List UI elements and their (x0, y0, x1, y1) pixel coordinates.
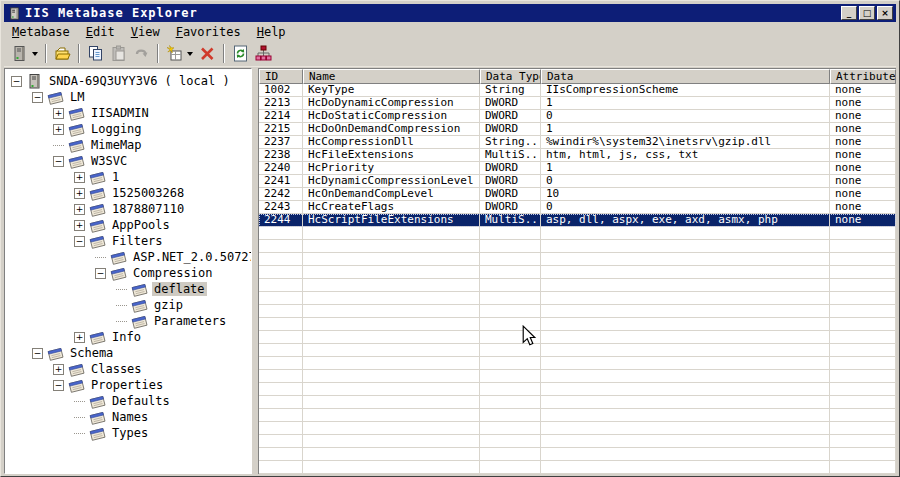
tree-node-classes[interactable]: +Classes (5, 361, 251, 377)
tree-node-apppools[interactable]: +AppPools (5, 217, 251, 233)
copy-button[interactable] (85, 43, 106, 64)
tree-node-properties[interactable]: −Properties (5, 377, 251, 393)
connect-server-icon (11, 45, 28, 62)
key-icon (68, 122, 85, 137)
toolbar-separator (157, 44, 159, 63)
menu-item-favorites[interactable]: Favorites (168, 23, 249, 41)
expand-toggle[interactable]: + (53, 364, 64, 375)
tree-node-defaults[interactable]: Defaults (5, 393, 251, 409)
table-row[interactable]: 2242HcOnDemandCompLevelDWORD10none (259, 188, 896, 201)
collapse-toggle[interactable]: − (11, 76, 22, 87)
tree-node-info[interactable]: +Info (5, 329, 251, 345)
empty-cell (480, 396, 541, 409)
table-row[interactable]: 2215HcDoOnDemandCompressionDWORD1none (259, 123, 896, 136)
close-button[interactable]: × (877, 6, 893, 20)
column-header-data[interactable]: Data (541, 69, 830, 84)
empty-cell (541, 383, 830, 396)
cell-attributes: none (830, 136, 896, 149)
expand-toggle[interactable]: + (74, 188, 85, 199)
tree-node-names[interactable]: Names (5, 409, 251, 425)
table-row[interactable]: 2213HcDoDynamicCompressionDWORD1none (259, 97, 896, 110)
table-row[interactable]: 2240HcPriorityDWORD1none (259, 162, 896, 175)
empty-cell (541, 266, 830, 279)
toolbar-separator (223, 44, 225, 63)
open-folder-button[interactable] (52, 43, 73, 64)
tree-node-label: 1525003268 (110, 186, 186, 200)
empty-cell (303, 396, 480, 409)
collapse-toggle[interactable]: − (74, 236, 85, 247)
table-row[interactable]: 2241HcDynamicCompressionLevelDWORD0none (259, 175, 896, 188)
empty-cell (303, 292, 480, 305)
tree-node-asp-net-2-0-50727-0[interactable]: ASP.NET_2.0.50727.0 (5, 249, 251, 265)
tree-node-parameters[interactable]: Parameters (5, 313, 251, 329)
connect-server-dropdown-arrow[interactable] (32, 52, 38, 56)
collapse-toggle[interactable]: − (53, 380, 64, 391)
tree-node-mimemap[interactable]: MimeMap (5, 137, 251, 153)
menu-item-help[interactable]: Help (249, 23, 294, 41)
new-key-icon (166, 45, 183, 62)
cell-id: 2243 (259, 201, 303, 214)
tree-node-compression[interactable]: −Compression (5, 265, 251, 281)
expand-toggle[interactable]: + (53, 108, 64, 119)
column-header-attributes[interactable]: Attributes (830, 69, 896, 84)
empty-row (259, 344, 896, 357)
empty-cell (480, 435, 541, 448)
table-row[interactable]: 1002KeyTypeStringIIsCompressionSchemenon… (259, 84, 896, 97)
tree-node-types[interactable]: Types (5, 425, 251, 441)
table-row[interactable]: 2243HcCreateFlagsDWORD0none (259, 201, 896, 214)
cell-name: HcPriority (303, 162, 480, 175)
main-area: −SNDA-69Q3UYY3V6 ( local )−LM+IISADMIN+L… (4, 68, 896, 474)
tree-node-1[interactable]: +1 (5, 169, 251, 185)
column-header-data-type[interactable]: Data Type (480, 69, 541, 84)
tree-node-logging[interactable]: +Logging (5, 121, 251, 137)
collapse-toggle[interactable]: − (32, 92, 43, 103)
expand-toggle[interactable]: + (53, 124, 64, 135)
menu-item-metabase[interactable]: Metabase (4, 23, 78, 41)
column-header-name[interactable]: Name (303, 69, 480, 84)
cell-data: 1 (541, 162, 830, 175)
empty-cell (303, 253, 480, 266)
key-icon (110, 266, 127, 281)
collapse-toggle[interactable]: − (53, 156, 64, 167)
table-row[interactable]: 2244HcScriptFileExtensionsMultiS...asp, … (259, 214, 896, 227)
empty-cell (480, 461, 541, 474)
expand-toggle[interactable]: + (74, 220, 85, 231)
maximize-button[interactable]: □ (859, 6, 875, 20)
collapse-toggle[interactable]: − (32, 348, 43, 359)
key-icon (89, 170, 106, 185)
expand-toggle[interactable]: + (74, 172, 85, 183)
table-row[interactable]: 2237HcCompressionDllString...%windir%\sy… (259, 136, 896, 149)
menu-item-view[interactable]: View (123, 23, 168, 41)
tree-node-snda-69q3uyy3v6-local-[interactable]: −SNDA-69Q3UYY3V6 ( local ) (5, 73, 251, 89)
tree-node-schema[interactable]: −Schema (5, 345, 251, 361)
collapse-toggle[interactable]: − (95, 268, 106, 279)
table-row[interactable]: 2214HcDoStaticCompressionDWORD0none (259, 110, 896, 123)
tree-node-deflate[interactable]: deflate (5, 281, 251, 297)
table-row[interactable]: 2238HcFileExtensionsMultiS...htm, html, … (259, 149, 896, 162)
tree-node-label: gzip (152, 298, 185, 312)
empty-cell (259, 409, 303, 422)
tree-node-filters[interactable]: −Filters (5, 233, 251, 249)
column-header-id[interactable]: ID (259, 69, 303, 84)
tree-node-gzip[interactable]: gzip (5, 297, 251, 313)
hierarchy-view-button[interactable] (253, 43, 274, 64)
empty-cell (541, 435, 830, 448)
refresh-button[interactable] (230, 43, 251, 64)
connect-server-button[interactable] (9, 43, 40, 64)
empty-cell (303, 240, 480, 253)
tree-node-w3svc[interactable]: −W3SVC (5, 153, 251, 169)
tree-node-1878807110[interactable]: +1878807110 (5, 201, 251, 217)
tree-node-iisadmin[interactable]: +IISADMIN (5, 105, 251, 121)
tree-node-lm[interactable]: −LM (5, 89, 251, 105)
minimize-button[interactable]: _ (841, 6, 857, 20)
key-icon (68, 106, 85, 121)
menu-item-edit[interactable]: Edit (78, 23, 123, 41)
new-key-dropdown-arrow[interactable] (187, 52, 193, 56)
delete-button[interactable] (197, 43, 218, 64)
new-key-button[interactable] (164, 43, 195, 64)
expand-toggle[interactable]: + (74, 204, 85, 215)
tree-node-1525003268[interactable]: +1525003268 (5, 185, 251, 201)
expand-toggle[interactable]: + (74, 332, 85, 343)
empty-row (259, 240, 896, 253)
cell-attributes: none (830, 188, 896, 201)
